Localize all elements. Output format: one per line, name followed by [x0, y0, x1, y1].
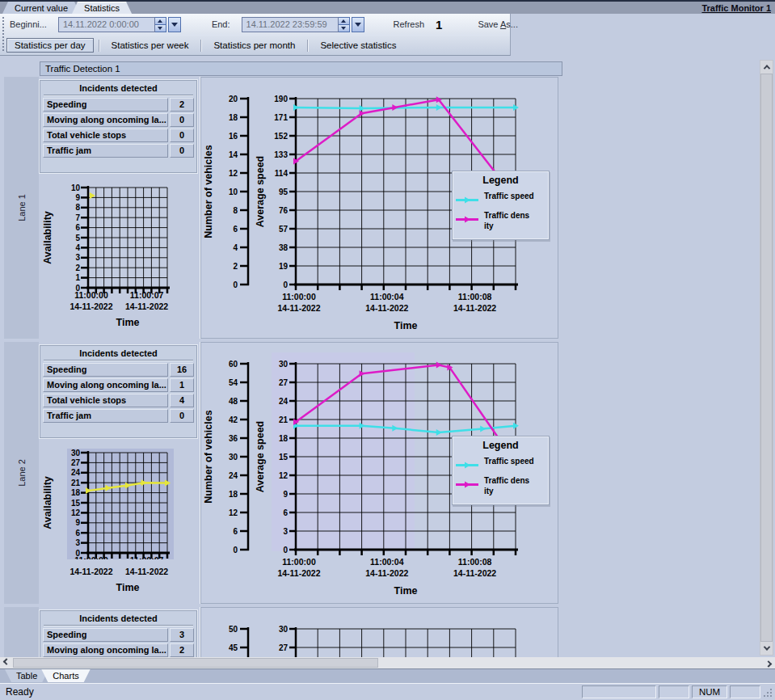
content-area: Traffic Detection 1 Lane 1Incidents dete… — [0, 56, 775, 657]
incident-row: Speeding2 — [43, 98, 194, 112]
svg-text:9: 9 — [283, 490, 288, 499]
incident-name: Moving along oncoming la... — [43, 643, 168, 657]
triangle-up-icon — [341, 19, 346, 23]
main-chart-panel: 02468101214161820Number of vehicles01938… — [200, 77, 558, 339]
tab-table[interactable]: Table — [5, 669, 48, 682]
spinner-down-button[interactable] — [155, 24, 166, 32]
begin-date-input[interactable]: 14.11.2022 0:00:00 — [58, 17, 155, 32]
scroll-left-button[interactable] — [0, 657, 13, 668]
incident-value: 16 — [170, 363, 194, 377]
svg-text:18: 18 — [229, 490, 238, 499]
svg-text:14-11-2022: 14-11-2022 — [69, 302, 112, 311]
svg-text:14-11-2022: 14-11-2022 — [365, 568, 408, 578]
legend-entry-label: Traffic speed — [484, 456, 534, 466]
incident-value: 2 — [170, 643, 194, 657]
availability-chart[interactable]: 036912151821242730Availability11:00:0011… — [40, 441, 195, 600]
incident-name: Speeding — [43, 98, 168, 112]
status-message: Ready — [6, 686, 34, 698]
scroll-down-button[interactable] — [760, 642, 773, 655]
legend-line-icon — [456, 212, 480, 226]
legend-title: Legend — [453, 175, 549, 186]
scroll-right-button[interactable] — [762, 657, 775, 668]
incident-name: Speeding — [43, 628, 168, 642]
scroll-up-button[interactable] — [760, 61, 773, 74]
toolbar-drag-handle[interactable] — [2, 16, 6, 53]
status-pane — [582, 685, 656, 698]
svg-text:12: 12 — [279, 471, 289, 480]
svg-text:3: 3 — [75, 253, 80, 262]
resize-grip[interactable] — [762, 685, 773, 698]
availability-chart[interactable]: 012345678910Availability11:00:0014-11-20… — [40, 176, 195, 335]
svg-text:171: 171 — [274, 113, 288, 122]
incidents-panel: Incidents detectedSpeeding16Moving along… — [40, 345, 197, 438]
separator — [99, 40, 99, 52]
traffic-monitor-link[interactable]: Traffic Monitor 1 — [701, 3, 771, 13]
incident-row: Traffic jam0 — [43, 144, 194, 158]
legend: LegendTraffic speedTraffic density — [452, 171, 550, 240]
separator — [200, 40, 201, 52]
save-as-button[interactable]: Save As... — [478, 19, 518, 29]
incidents-title: Incidents detected — [40, 346, 196, 360]
svg-text:2: 2 — [233, 262, 238, 271]
svg-text:6: 6 — [75, 223, 80, 232]
chevron-down-icon — [763, 643, 769, 650]
begin-date-dropdown-button[interactable] — [168, 17, 181, 32]
statistics-per-week-button[interactable]: Statistics per week — [104, 39, 196, 52]
horizontal-scroll-thumb[interactable] — [13, 658, 378, 668]
toolbar-area: Beginni... 14.11.2022 0:00:00 End: 14.11… — [0, 14, 775, 56]
title-separator — [44, 625, 193, 626]
triangle-down-icon — [341, 27, 346, 30]
end-date-dropdown-button[interactable] — [352, 17, 364, 32]
status-pane — [659, 685, 689, 698]
tab-current-value[interactable]: Current value — [2, 2, 80, 14]
triangle-up-icon — [158, 19, 162, 23]
lane-label-text: Lane 2 — [17, 459, 27, 487]
svg-text:6: 6 — [283, 508, 288, 517]
svg-text:11:00:08: 11:00:08 — [458, 557, 492, 567]
spinner-down-button[interactable] — [339, 24, 349, 32]
svg-text:Average speed: Average speed — [255, 156, 266, 227]
tab-statistics[interactable]: Statistics — [72, 2, 132, 14]
main-chart[interactable]: 05101520253035404550Number of vehicles03… — [201, 608, 558, 657]
svg-text:Time: Time — [394, 320, 418, 331]
vertical-scroll-thumb[interactable] — [760, 74, 773, 642]
svg-text:8: 8 — [233, 206, 238, 215]
svg-text:Time: Time — [116, 317, 140, 328]
toolbar: Beginni... 14.11.2022 0:00:00 End: 14.11… — [0, 14, 511, 56]
spinner-up-button[interactable] — [339, 18, 349, 24]
svg-text:6: 6 — [233, 225, 238, 234]
begin-date-spinner — [155, 17, 166, 32]
legend-entry-label: Traffic density — [484, 210, 529, 231]
statistics-per-day-button[interactable]: Statistics per day — [6, 38, 94, 53]
lanes-container: Lane 1Incidents detectedSpeeding2Moving … — [4, 77, 775, 657]
spinner-up-button[interactable] — [155, 18, 166, 24]
svg-text:0: 0 — [283, 280, 288, 289]
svg-text:10: 10 — [229, 188, 238, 196]
end-date-spinner — [339, 17, 350, 32]
svg-text:0: 0 — [283, 546, 288, 555]
svg-text:Average speed: Average speed — [255, 421, 266, 492]
svg-text:30: 30 — [71, 449, 81, 458]
vertical-scrollbar[interactable] — [760, 60, 773, 656]
tab-charts[interactable]: Charts — [41, 669, 90, 682]
selective-statistics-button[interactable]: Selective statistics — [313, 39, 403, 52]
end-date-input[interactable]: 14.11.2022 23:59:59 — [242, 17, 339, 32]
statistics-per-month-button[interactable]: Statistics per month — [206, 39, 302, 52]
chevron-right-icon — [765, 660, 772, 667]
end-date-field: 14.11.2022 23:59:59 — [242, 17, 364, 32]
svg-text:Time: Time — [394, 585, 418, 597]
svg-text:27: 27 — [279, 643, 289, 652]
svg-text:152: 152 — [274, 132, 288, 141]
title-separator — [44, 95, 193, 96]
lane-label: Lane 3 — [4, 607, 39, 657]
legend-line-icon — [456, 458, 480, 472]
vertical-scroll-track[interactable] — [760, 74, 773, 642]
horizontal-scrollbar[interactable] — [0, 657, 775, 668]
svg-text:60: 60 — [229, 360, 238, 369]
incident-name: Traffic jam — [43, 409, 168, 423]
svg-text:6: 6 — [75, 529, 80, 538]
refresh-button[interactable]: Refresh — [394, 19, 425, 29]
status-pane — [730, 685, 760, 698]
incident-row: Moving along oncoming la...0 — [43, 113, 194, 127]
horizontal-scroll-track[interactable] — [13, 657, 762, 668]
